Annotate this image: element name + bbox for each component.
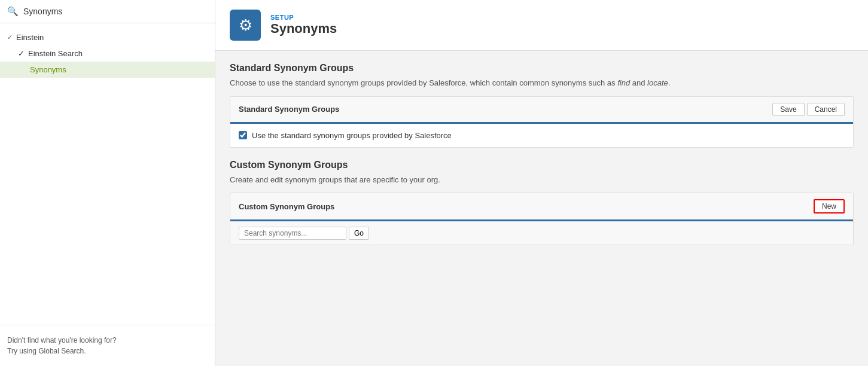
standard-section-desc: Choose to use the standard synonym group… [230, 77, 854, 89]
standard-panel-body: Use the standard synonym groups provided… [230, 124, 853, 147]
standard-desc-em2: locate [647, 78, 668, 87]
custom-synonyms-section: Custom Synonym Groups Create and edit sy… [230, 160, 854, 246]
standard-synonyms-checkbox[interactable] [239, 131, 247, 139]
standard-panel-actions: Save Cancel [772, 103, 845, 116]
sidebar-item-synonyms-label: Synonyms [30, 65, 66, 74]
custom-panel-header: Custom Synonym Groups New [230, 193, 853, 221]
main-content: ⚙ SETUP Synonyms Standard Synonym Groups… [215, 0, 868, 366]
custom-synonyms-panel: Custom Synonym Groups New Go [230, 193, 854, 245]
sidebar-item-einstein-search-label: Einstein Search [28, 49, 83, 58]
sidebar-item-einstein-label: Einstein [16, 33, 44, 42]
page-title: Synonyms [270, 21, 337, 36]
page-header-icon: ⚙ [230, 10, 261, 41]
sidebar-item-synonyms[interactable]: Synonyms [0, 62, 215, 78]
sidebar-search-input[interactable] [23, 7, 208, 16]
sidebar-footer: Didn't find what you're looking for? Try… [0, 325, 215, 366]
standard-panel-header: Standard Synonym Groups Save Cancel [230, 97, 853, 124]
custom-section-desc: Create and edit synonym groups that are … [230, 174, 854, 186]
standard-checkbox-row: Use the standard synonym groups provided… [239, 131, 845, 140]
search-icon: 🔍 [7, 6, 19, 17]
standard-desc-suffix: . [668, 78, 671, 87]
save-button[interactable]: Save [772, 103, 804, 116]
sidebar-footer-line2: Try using Global Search. [7, 347, 86, 355]
sidebar: 🔍 ✓ Einstein ✓ Einstein Search Synonyms … [0, 0, 215, 366]
cancel-button[interactable]: Cancel [807, 103, 845, 116]
sidebar-footer-line1: Didn't find what you're looking for? [7, 336, 117, 344]
page-header: ⚙ SETUP Synonyms [215, 0, 868, 51]
custom-panel-title: Custom Synonym Groups [239, 202, 334, 211]
chevron-down-icon-child: ✓ [18, 49, 25, 58]
standard-synonyms-section: Standard Synonym Groups Choose to use th… [230, 63, 854, 148]
gear-icon: ⚙ [239, 16, 252, 35]
page-header-text: SETUP Synonyms [270, 14, 337, 36]
custom-panel-actions: New [814, 199, 845, 214]
standard-section-title: Standard Synonym Groups [230, 63, 854, 74]
standard-checkbox-label: Use the standard synonym groups provided… [252, 131, 452, 140]
standard-desc-em1: find [617, 78, 630, 87]
standard-desc-mid: and [630, 78, 647, 87]
standard-synonyms-panel: Standard Synonym Groups Save Cancel Use … [230, 96, 854, 148]
new-button[interactable]: New [814, 199, 845, 214]
go-button[interactable]: Go [349, 227, 369, 240]
sidebar-search-container: 🔍 [0, 0, 215, 23]
sidebar-item-einstein[interactable]: ✓ Einstein [0, 29, 215, 45]
sidebar-nav: ✓ Einstein ✓ Einstein Search Synonyms [0, 23, 215, 325]
custom-section-title: Custom Synonym Groups [230, 160, 854, 170]
search-synonyms-input[interactable] [239, 227, 346, 240]
chevron-down-icon: ✓ [7, 33, 13, 41]
content-area: Standard Synonym Groups Choose to use th… [215, 51, 868, 257]
sidebar-item-einstein-search[interactable]: ✓ Einstein Search [0, 45, 215, 62]
standard-desc-prefix: Choose to use the standard synonym group… [230, 78, 617, 87]
custom-search-row: Go [230, 221, 853, 245]
setup-label: SETUP [270, 14, 337, 21]
standard-panel-title: Standard Synonym Groups [239, 105, 339, 114]
